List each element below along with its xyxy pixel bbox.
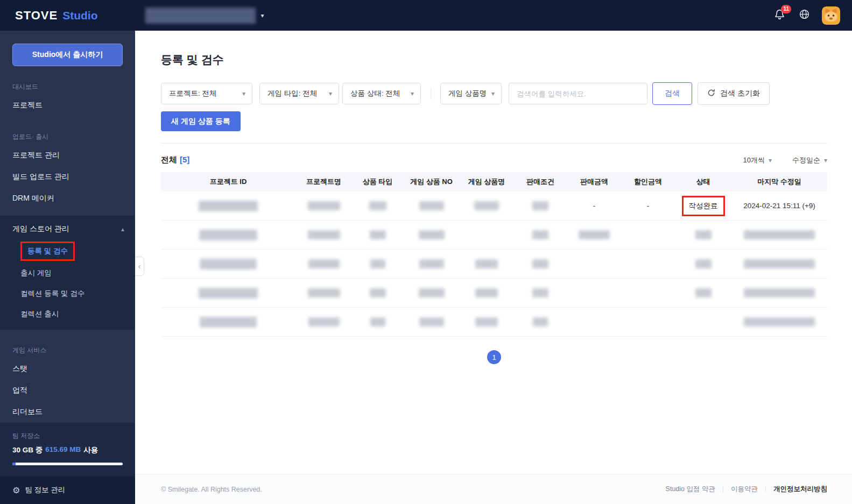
notification-badge: 11 <box>781 5 791 13</box>
storage-total: 30 GB 중 <box>12 445 43 455</box>
total-count: [5] <box>180 155 189 165</box>
search-reset-button[interactable]: 검색 초기화 <box>698 82 770 105</box>
table-row[interactable]: - - 작성완료 2024-02-21 15:11 (+9) <box>161 191 827 221</box>
redacted-cell <box>475 259 498 268</box>
sidebar-section-dashboard: 대시보드 <box>12 82 123 91</box>
storage-used: 615.69 MB <box>45 445 81 455</box>
sort-order-label: 수정일순 <box>792 155 820 165</box>
footer-link-privacy[interactable]: 개인정보처리방침 <box>773 485 827 494</box>
redacted-cell <box>579 230 610 239</box>
sidebar-collapse-button[interactable]: ‹ <box>135 257 144 276</box>
refresh-icon <box>707 89 715 98</box>
search-button[interactable]: 검색 <box>652 82 692 105</box>
footer-divider <box>723 486 723 492</box>
redacted-cell <box>532 259 548 268</box>
avatar[interactable] <box>822 6 840 25</box>
column-header: 판매금액 <box>567 177 621 187</box>
column-header: 게임 상품 NO <box>403 177 460 187</box>
redacted-cell <box>695 230 712 239</box>
team-info-button[interactable]: ⚙ 팀 정보 관리 <box>0 476 135 504</box>
footer-link-terms[interactable]: 이용약관 <box>731 485 758 494</box>
redacted-cell <box>532 288 548 297</box>
status-cell: 작성완료 <box>675 196 731 216</box>
notifications-button[interactable]: 11 <box>772 9 786 23</box>
column-header: 프로젝트 ID <box>161 177 295 187</box>
column-header: 마지막 수정일 <box>731 177 827 187</box>
status-badge-annotated: 작성완료 <box>682 196 725 216</box>
redacted-cell <box>308 230 340 239</box>
sidebar-item-collection-release[interactable]: 컬렉션 출시 <box>0 304 135 324</box>
storage-label: 팀 저장소 <box>12 431 123 441</box>
dropdown-label: 프로젝트: 전체 <box>169 89 217 98</box>
sidebar-section-upload: 업로드· 출시 <box>12 132 123 141</box>
sidebar-group-game-store: 게임 스토어 관리 ▴ 등록 및 검수 출시 게임 컬렉션 등록 및 검수 컬렉… <box>0 216 135 330</box>
copyright-text: © Smilegate. All Rights Reserved. <box>161 486 262 493</box>
page-size-label: 10개씩 <box>743 155 764 165</box>
redacted-cell <box>419 230 445 239</box>
project-switcher-dropdown[interactable]: ▾ <box>145 8 264 24</box>
stove-studio-logo[interactable]: STOVE Studio <box>15 9 98 23</box>
sidebar-item-project-management[interactable]: 프로젝트 관리 <box>0 145 135 166</box>
redacted-cell <box>419 317 444 326</box>
table-row[interactable] <box>161 308 827 337</box>
search-field-dropdown[interactable]: 게임 상품명 ▾ <box>440 83 502 104</box>
project-filter-dropdown[interactable]: 프로젝트: 전체 ▾ <box>161 83 252 104</box>
sidebar-item-collection-registration[interactable]: 컬렉션 등록 및 검수 <box>0 283 135 304</box>
filter-bar: 프로젝트: 전체 ▾ 게임 타입: 전체 ▾ 상품 상태: 전체 ▾ 게임 상품… <box>161 82 827 105</box>
redacted-cell <box>474 201 499 210</box>
sale-price-cell: - <box>567 202 621 210</box>
sidebar-item-drm-maker[interactable]: DRM 메이커 <box>0 188 135 209</box>
redacted-cell <box>744 259 815 268</box>
sidebar-item-stats[interactable]: 스탯 <box>0 358 135 380</box>
storage-progress-fill <box>12 463 16 465</box>
page-title: 등록 및 검수 <box>161 52 827 67</box>
dropdown-label: 게임 타입: 전체 <box>267 89 317 98</box>
team-info-label: 팀 정보 관리 <box>25 485 65 495</box>
table-row[interactable] <box>161 250 827 279</box>
redacted-cell <box>744 317 815 326</box>
redacted-cell <box>199 288 258 299</box>
page-1-button[interactable]: 1 <box>487 350 501 364</box>
filter-divider <box>431 88 431 100</box>
sidebar-item-achievements[interactable]: 업적 <box>0 380 135 401</box>
sidebar-item-build-upload[interactable]: 빌드 업로드 관리 <box>0 166 135 188</box>
language-button[interactable] <box>797 9 811 23</box>
redacted-cell <box>695 288 712 297</box>
column-header: 상태 <box>675 177 731 187</box>
redacted-cell <box>533 317 548 326</box>
redacted-cell <box>695 259 712 268</box>
redacted-cell <box>308 317 340 326</box>
redacted-cell <box>200 317 257 328</box>
redacted-cell <box>744 288 815 297</box>
table-row[interactable] <box>161 279 827 308</box>
redacted-cell <box>475 317 498 326</box>
product-state-filter-dropdown[interactable]: 상품 상태: 전체 ▾ <box>342 83 421 104</box>
page-size-dropdown[interactable]: 10개씩 ▾ <box>743 155 772 165</box>
caret-down-icon: ▾ <box>491 90 495 97</box>
publish-from-studio-button[interactable]: Studio에서 출시하기 <box>12 44 123 66</box>
sidebar-item-released-games[interactable]: 출시 게임 <box>0 263 135 283</box>
sort-order-dropdown[interactable]: 수정일순 ▾ <box>792 155 827 165</box>
caret-down-icon: ▾ <box>261 12 264 19</box>
sidebar-item-registration-review[interactable]: 등록 및 검수 <box>0 239 135 263</box>
sidebar-section-game-service: 게임 서비스 <box>12 346 123 355</box>
footer-divider <box>765 486 766 492</box>
products-table: 프로젝트 ID 프로젝트명 상품 타입 게임 상품 NO 게임 상품명 판매조건… <box>161 172 827 337</box>
sidebar-item-leaderboard[interactable]: 리더보드 <box>0 401 135 423</box>
table-row[interactable] <box>161 221 827 250</box>
redacted-cell <box>308 259 340 268</box>
column-header: 할인금액 <box>621 177 675 187</box>
discount-cell: - <box>621 202 675 210</box>
game-type-filter-dropdown[interactable]: 게임 타입: 전체 ▾ <box>259 83 339 104</box>
sidebar-item-project[interactable]: 프로젝트 <box>0 95 135 116</box>
annotation-red-box: 등록 및 검수 <box>20 242 75 261</box>
sidebar-group-header-game-store[interactable]: 게임 스토어 관리 ▴ <box>0 219 135 239</box>
redacted-cell <box>419 201 444 210</box>
caret-down-icon: ▾ <box>769 157 772 164</box>
redacted-cell <box>475 288 498 297</box>
redacted-cell <box>744 230 815 239</box>
footer-link-studio-terms[interactable]: Studio 입점 약관 <box>666 485 715 494</box>
new-game-product-button[interactable]: 새 게임 상품 등록 <box>161 111 241 131</box>
chevron-up-icon: ▴ <box>121 226 124 232</box>
search-input[interactable] <box>509 83 647 104</box>
